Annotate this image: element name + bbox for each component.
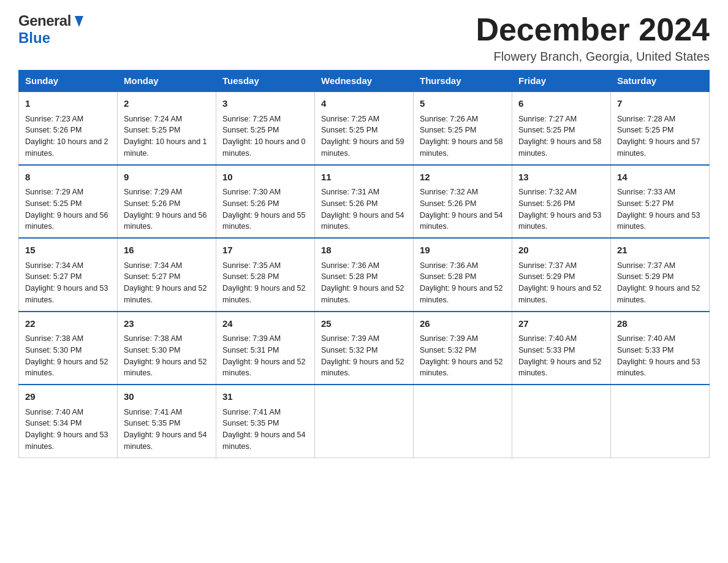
day-number: 21 — [617, 243, 703, 258]
day-number: 31 — [222, 390, 308, 404]
day-info: Sunrise: 7:36 AMSunset: 5:28 PMDaylight:… — [420, 260, 506, 306]
day-number: 1 — [25, 97, 111, 111]
calendar-cell: 7Sunrise: 7:28 AMSunset: 5:25 PMDaylight… — [611, 91, 710, 165]
day-info: Sunrise: 7:31 AMSunset: 5:26 PMDaylight:… — [321, 186, 407, 232]
day-number: 13 — [518, 170, 604, 185]
day-number: 17 — [222, 243, 308, 258]
calendar-cell: 2Sunrise: 7:24 AMSunset: 5:25 PMDaylight… — [118, 91, 216, 165]
calendar-cell: 9Sunrise: 7:29 AMSunset: 5:26 PMDaylight… — [118, 165, 216, 239]
day-number: 25 — [321, 317, 407, 331]
day-number: 28 — [617, 317, 703, 331]
location-text: Flowery Branch, Georgia, United States — [476, 50, 710, 64]
week-row-3: 15Sunrise: 7:34 AMSunset: 5:27 PMDayligh… — [19, 238, 710, 312]
day-number: 23 — [124, 317, 210, 331]
day-number: 20 — [518, 243, 604, 258]
day-number: 30 — [124, 390, 210, 404]
day-number: 5 — [420, 97, 506, 111]
calendar-cell: 19Sunrise: 7:36 AMSunset: 5:28 PMDayligh… — [414, 238, 512, 312]
calendar-cell: 27Sunrise: 7:40 AMSunset: 5:33 PMDayligh… — [512, 312, 611, 385]
day-info: Sunrise: 7:37 AMSunset: 5:29 PMDaylight:… — [518, 260, 604, 306]
logo: General Blue — [18, 12, 86, 47]
calendar-cell — [512, 385, 611, 458]
day-number: 22 — [25, 317, 111, 331]
day-number: 6 — [518, 97, 604, 111]
day-info: Sunrise: 7:29 AMSunset: 5:25 PMDaylight:… — [25, 186, 111, 232]
week-row-4: 22Sunrise: 7:38 AMSunset: 5:30 PMDayligh… — [19, 312, 710, 385]
day-info: Sunrise: 7:35 AMSunset: 5:28 PMDaylight:… — [222, 260, 308, 306]
calendar-cell: 25Sunrise: 7:39 AMSunset: 5:32 PMDayligh… — [315, 312, 414, 385]
day-info: Sunrise: 7:40 AMSunset: 5:33 PMDaylight:… — [617, 333, 703, 379]
day-info: Sunrise: 7:33 AMSunset: 5:27 PMDaylight:… — [617, 186, 703, 232]
day-number: 3 — [222, 97, 308, 111]
week-row-2: 8Sunrise: 7:29 AMSunset: 5:25 PMDaylight… — [19, 165, 710, 239]
calendar-cell — [315, 385, 414, 458]
weekday-header-thursday: Thursday — [414, 71, 512, 92]
day-info: Sunrise: 7:28 AMSunset: 5:25 PMDaylight:… — [617, 113, 703, 159]
day-number: 18 — [321, 243, 407, 258]
calendar-cell: 15Sunrise: 7:34 AMSunset: 5:27 PMDayligh… — [19, 238, 118, 312]
day-number: 27 — [518, 317, 604, 331]
calendar-cell: 12Sunrise: 7:32 AMSunset: 5:26 PMDayligh… — [414, 165, 512, 239]
calendar-cell: 6Sunrise: 7:27 AMSunset: 5:25 PMDaylight… — [512, 91, 611, 165]
day-info: Sunrise: 7:24 AMSunset: 5:25 PMDaylight:… — [124, 113, 210, 159]
day-info: Sunrise: 7:41 AMSunset: 5:35 PMDaylight:… — [124, 407, 210, 453]
calendar-cell: 21Sunrise: 7:37 AMSunset: 5:29 PMDayligh… — [611, 238, 710, 312]
calendar-cell: 22Sunrise: 7:38 AMSunset: 5:30 PMDayligh… — [19, 312, 118, 385]
calendar-cell: 13Sunrise: 7:32 AMSunset: 5:26 PMDayligh… — [512, 165, 611, 239]
calendar-cell: 23Sunrise: 7:38 AMSunset: 5:30 PMDayligh… — [118, 312, 216, 385]
calendar-cell: 28Sunrise: 7:40 AMSunset: 5:33 PMDayligh… — [611, 312, 710, 385]
weekday-header-saturday: Saturday — [611, 71, 710, 92]
calendar-cell: 14Sunrise: 7:33 AMSunset: 5:27 PMDayligh… — [611, 165, 710, 239]
day-number: 19 — [420, 243, 506, 258]
weekday-header-tuesday: Tuesday — [216, 71, 315, 92]
day-number: 26 — [420, 317, 506, 331]
calendar-cell: 26Sunrise: 7:39 AMSunset: 5:32 PMDayligh… — [414, 312, 512, 385]
calendar-cell: 5Sunrise: 7:26 AMSunset: 5:25 PMDaylight… — [414, 91, 512, 165]
day-info: Sunrise: 7:39 AMSunset: 5:32 PMDaylight:… — [420, 333, 506, 379]
weekday-header-wednesday: Wednesday — [315, 71, 414, 92]
logo-general-text: General — [18, 12, 71, 29]
day-number: 15 — [25, 243, 111, 258]
title-section: December 2024 Flowery Branch, Georgia, U… — [476, 12, 710, 64]
calendar-cell: 16Sunrise: 7:34 AMSunset: 5:27 PMDayligh… — [118, 238, 216, 312]
day-number: 14 — [617, 170, 703, 185]
page-header: General Blue December 2024 Flowery Branc… — [18, 12, 710, 64]
day-info: Sunrise: 7:36 AMSunset: 5:28 PMDaylight:… — [321, 260, 407, 306]
day-info: Sunrise: 7:30 AMSunset: 5:26 PMDaylight:… — [222, 186, 308, 232]
day-number: 4 — [321, 97, 407, 111]
logo-arrow-icon — [72, 15, 86, 28]
day-number: 10 — [222, 170, 308, 185]
day-info: Sunrise: 7:38 AMSunset: 5:30 PMDaylight:… — [124, 333, 210, 379]
day-number: 16 — [124, 243, 210, 258]
calendar-cell: 29Sunrise: 7:40 AMSunset: 5:34 PMDayligh… — [19, 385, 118, 458]
day-info: Sunrise: 7:29 AMSunset: 5:26 PMDaylight:… — [124, 186, 210, 232]
day-info: Sunrise: 7:27 AMSunset: 5:25 PMDaylight:… — [518, 113, 604, 159]
day-info: Sunrise: 7:32 AMSunset: 5:26 PMDaylight:… — [518, 186, 604, 232]
day-info: Sunrise: 7:37 AMSunset: 5:29 PMDaylight:… — [617, 260, 703, 306]
day-info: Sunrise: 7:40 AMSunset: 5:34 PMDaylight:… — [25, 407, 111, 453]
calendar-cell: 1Sunrise: 7:23 AMSunset: 5:26 PMDaylight… — [19, 91, 118, 165]
day-number: 12 — [420, 170, 506, 185]
calendar-table: SundayMondayTuesdayWednesdayThursdayFrid… — [18, 70, 710, 458]
calendar-cell: 17Sunrise: 7:35 AMSunset: 5:28 PMDayligh… — [216, 238, 315, 312]
calendar-cell — [414, 385, 512, 458]
calendar-cell: 20Sunrise: 7:37 AMSunset: 5:29 PMDayligh… — [512, 238, 611, 312]
day-info: Sunrise: 7:39 AMSunset: 5:32 PMDaylight:… — [321, 333, 407, 379]
day-number: 11 — [321, 170, 407, 185]
calendar-cell: 4Sunrise: 7:25 AMSunset: 5:25 PMDaylight… — [315, 91, 414, 165]
calendar-cell: 3Sunrise: 7:25 AMSunset: 5:25 PMDaylight… — [216, 91, 315, 165]
day-number: 29 — [25, 390, 111, 404]
weekday-header-friday: Friday — [512, 71, 611, 92]
weekday-header-sunday: Sunday — [19, 71, 118, 92]
calendar-cell: 10Sunrise: 7:30 AMSunset: 5:26 PMDayligh… — [216, 165, 315, 239]
calendar-cell: 8Sunrise: 7:29 AMSunset: 5:25 PMDaylight… — [19, 165, 118, 239]
calendar-cell — [611, 385, 710, 458]
calendar-cell: 30Sunrise: 7:41 AMSunset: 5:35 PMDayligh… — [118, 385, 216, 458]
day-info: Sunrise: 7:26 AMSunset: 5:25 PMDaylight:… — [420, 113, 506, 159]
month-title: December 2024 — [476, 12, 710, 47]
day-info: Sunrise: 7:25 AMSunset: 5:25 PMDaylight:… — [222, 113, 308, 159]
day-info: Sunrise: 7:34 AMSunset: 5:27 PMDaylight:… — [25, 260, 111, 306]
day-number: 9 — [124, 170, 210, 185]
day-info: Sunrise: 7:23 AMSunset: 5:26 PMDaylight:… — [25, 113, 111, 159]
weekday-header-monday: Monday — [118, 71, 216, 92]
